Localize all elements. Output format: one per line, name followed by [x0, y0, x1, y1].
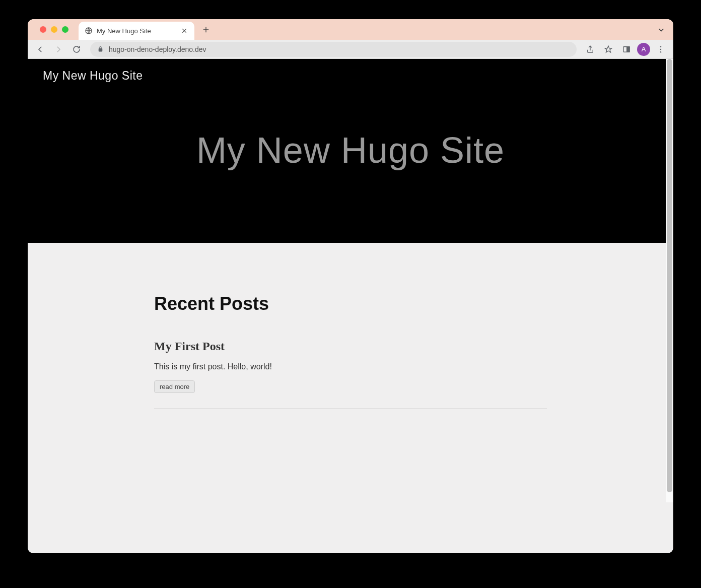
toolbar-right: A — [583, 42, 668, 57]
window-controls — [33, 19, 76, 40]
globe-icon — [85, 27, 93, 35]
avatar-initial: A — [642, 45, 646, 53]
page-viewport[interactable]: My New Hugo Site My New Hugo Site Recent… — [28, 59, 673, 553]
address-bar[interactable]: hugo-on-deno-deploy.deno.dev — [90, 42, 577, 57]
reload-button[interactable] — [69, 42, 84, 57]
browser-toolbar: hugo-on-deno-deploy.deno.dev — [28, 40, 673, 59]
main-content: Recent Posts My First Post This is my fi… — [144, 243, 557, 429]
lock-icon — [97, 46, 104, 52]
hero-title: My New Hugo Site — [28, 129, 673, 171]
scrollbar-thumb[interactable] — [667, 59, 672, 492]
bookmark-button[interactable] — [601, 42, 616, 57]
svg-point-3 — [660, 46, 662, 47]
close-tab-button[interactable] — [180, 27, 188, 35]
close-window-button[interactable] — [40, 26, 46, 33]
site-brand-link[interactable]: My New Hugo Site — [43, 69, 143, 83]
hero-section: My New Hugo Site My New Hugo Site — [28, 59, 673, 243]
tab-title: My New Hugo Site — [97, 27, 176, 35]
share-button[interactable] — [583, 42, 598, 57]
post-item: My First Post This is my first post. Hel… — [154, 340, 547, 409]
browser-window: My New Hugo Site — [28, 19, 673, 553]
browser-tab[interactable]: My New Hugo Site — [79, 22, 194, 40]
tabs-dropdown-button[interactable] — [655, 24, 667, 36]
read-more-button[interactable]: read more — [154, 380, 195, 393]
menu-button[interactable] — [653, 42, 668, 57]
back-button[interactable] — [33, 42, 48, 57]
tab-strip: My New Hugo Site — [28, 19, 673, 40]
maximize-window-button[interactable] — [62, 26, 68, 33]
url-text: hugo-on-deno-deploy.deno.dev — [109, 45, 206, 53]
post-excerpt: This is my first post. Hello, world! — [154, 362, 547, 371]
new-tab-button[interactable] — [198, 22, 214, 37]
svg-point-4 — [660, 48, 662, 50]
scrollbar-track[interactable] — [666, 59, 673, 502]
profile-avatar[interactable]: A — [637, 43, 650, 56]
post-title-link[interactable]: My First Post — [154, 340, 547, 353]
svg-point-5 — [660, 51, 662, 52]
svg-rect-2 — [627, 46, 629, 52]
side-panel-button[interactable] — [619, 42, 634, 57]
minimize-window-button[interactable] — [51, 26, 57, 33]
recent-posts-heading: Recent Posts — [154, 293, 547, 314]
forward-button[interactable] — [51, 42, 66, 57]
